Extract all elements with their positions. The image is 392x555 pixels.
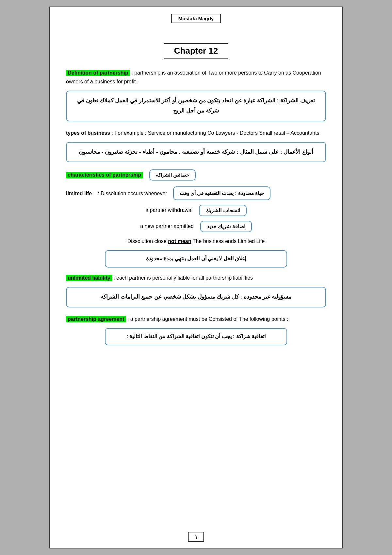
new-partner-text: a new partner admitted — [140, 223, 194, 229]
types-label: types of business — [66, 130, 110, 136]
limited-life-label: limited life — [66, 189, 92, 198]
types-text: : For example : Service or manufacturing… — [112, 130, 319, 136]
arabic-unlimited-box: مسؤولية غير محدودة : كل شريك مسؤول بشكل … — [66, 287, 326, 307]
arabic-unlimited-text: مسؤولية غير محدودة : كل شريك مسؤول بشكل … — [101, 294, 291, 300]
definition-section: Definition of partnership : partnership … — [66, 68, 326, 86]
chapter-title: Chapter 12 — [164, 43, 228, 59]
partnership-section: partnership agreement : a partnership ag… — [66, 315, 326, 323]
author-box: Mostafa Magdy — [171, 14, 221, 23]
withdrawal-text: a partner withdrawal — [145, 207, 192, 213]
limited-life-row: limited life : Dissolution occurs whenev… — [66, 186, 326, 200]
arabic-dissolution-text: إغلاق الحل لا يعني أن العمل ينتهي بمدة م… — [146, 256, 246, 261]
unlimited-section: unlimited liability : each partner is pe… — [66, 273, 326, 282]
limited-life-arabic-text: حياة محدودة : يحدث التصفيه فى أى وقت — [180, 190, 264, 196]
char-label: characteristics of partnership — [66, 172, 143, 178]
unlimited-text: : each partner is personally liable for … — [113, 275, 253, 281]
page: Mostafa Magdy Chapter 12 Definition of p… — [49, 7, 343, 548]
arabic-partnership-text: اتفاقية شراكة : يجب أن تتكون اتفاقية الش… — [126, 334, 266, 339]
arabic-definition-box: تعريف الشراكة : الشراكة عبارة عن اتحاد ي… — [66, 91, 326, 121]
dissolution-text-1: Dissolution close — [127, 238, 167, 244]
new-partner-arabic-text: اضافة شريك جديد — [207, 224, 245, 229]
withdrawal-row: a partner withdrawal انسحاب الشريك — [66, 205, 326, 216]
new-partner-arabic-box: اضافة شريك جديد — [200, 221, 252, 232]
limited-life-text: : Dissolution occurs whenever — [98, 189, 167, 198]
unlimited-label: unlimited liability — [66, 275, 112, 281]
partnership-label: partnership agreement — [66, 316, 126, 322]
dissolution-line: Dissolution close not mean The business … — [66, 237, 326, 246]
arabic-types-text: أنواع الأعمال : على سبيل المثال : شركة خ… — [79, 149, 313, 155]
arabic-definition-text: تعريف الشراكة : الشراكة عبارة عن اتحاد ي… — [77, 97, 315, 114]
new-partner-row: a new partner admitted اضافة شريك جديد — [66, 221, 326, 232]
dissolution-not-mean: not mean — [168, 238, 191, 244]
page-number: ١ — [195, 534, 198, 540]
types-section: types of business : For example : Servic… — [66, 129, 326, 137]
dissolution-text-2: The business ends Limited Life — [193, 238, 265, 244]
arabic-partnership-box: اتفاقية شراكة : يجب أن تتكون اتفاقية الش… — [105, 328, 287, 345]
char-arabic-box: خصائص الشراكة — [149, 169, 196, 181]
limited-life-arabic-box: حياة محدودة : يحدث التصفيه فى أى وقت — [173, 186, 270, 200]
withdrawal-arabic-box: انسحاب الشريك — [199, 205, 246, 216]
char-row: characteristics of partnership خصائص الش… — [66, 169, 326, 181]
partnership-text: : a partnership agreement must be Consis… — [127, 316, 288, 322]
definition-label: Definition of partnership — [66, 70, 130, 76]
arabic-types-box: أنواع الأعمال : على سبيل المثال : شركة خ… — [66, 142, 326, 163]
page-number-box: ١ — [188, 532, 204, 542]
char-arabic-text: خصائص الشراكة — [156, 172, 189, 178]
arabic-dissolution-box: إغلاق الحل لا يعني أن العمل ينتهي بمدة م… — [105, 250, 287, 268]
withdrawal-arabic-text: انسحاب الشريك — [205, 208, 240, 213]
author-name: Mostafa Magdy — [178, 16, 214, 21]
